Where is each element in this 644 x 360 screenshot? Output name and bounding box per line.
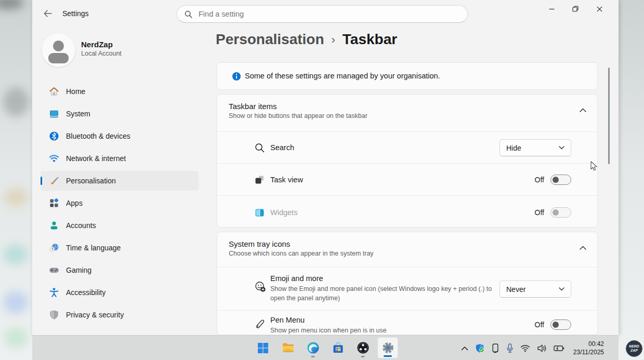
accessibility-icon bbox=[49, 287, 59, 298]
start-button[interactable] bbox=[253, 337, 273, 358]
wifi-icon bbox=[520, 344, 530, 352]
sidebar-item-accounts[interactable]: Accounts bbox=[41, 216, 199, 235]
windows-start-icon bbox=[257, 342, 269, 354]
sidebar-item-network-internet[interactable]: Network & internet bbox=[41, 149, 199, 168]
task-view-toggle-group: Off bbox=[535, 175, 571, 185]
search-icon bbox=[185, 10, 192, 18]
microphone-tray-button[interactable] bbox=[506, 343, 514, 353]
sidebar-item-home[interactable]: Home bbox=[41, 82, 199, 101]
edge-browser-button[interactable] bbox=[303, 337, 323, 358]
breadcrumb-parent[interactable]: Personalisation bbox=[216, 31, 324, 48]
sidebar-item-label: Privacy & security bbox=[66, 311, 124, 319]
sidebar-item-label: Time & language bbox=[66, 244, 121, 252]
date: 23/11/2025 bbox=[573, 348, 604, 356]
windows-security-tray-button[interactable] bbox=[475, 343, 485, 353]
backdrop-blob bbox=[0, 0, 24, 9]
volume-tray-button[interactable] bbox=[537, 344, 547, 353]
back-button[interactable] bbox=[41, 7, 55, 20]
wifi-icon bbox=[49, 153, 59, 164]
dropdown-value: Hide bbox=[506, 144, 521, 152]
obs-studio-button[interactable] bbox=[352, 337, 373, 358]
phone-link-icon bbox=[492, 343, 500, 353]
vertical-scrollbar[interactable] bbox=[608, 68, 610, 164]
chevron-down-icon bbox=[559, 287, 564, 291]
gear-icon bbox=[382, 341, 395, 354]
running-indicator bbox=[361, 356, 365, 357]
sidebar-item-apps[interactable]: Apps bbox=[41, 193, 199, 213]
minimize-button[interactable] bbox=[540, 0, 563, 18]
sidebar-item-time-language[interactable]: Time & language bbox=[41, 238, 199, 258]
sidebar-item-system[interactable]: System bbox=[41, 104, 199, 124]
clock-globe-icon bbox=[49, 243, 59, 253]
settings-taskbar-button[interactable] bbox=[377, 337, 398, 358]
home-icon bbox=[49, 86, 59, 97]
settings-window: Settings NerdZap Local Account bbox=[32, 0, 619, 335]
taskbar-items-card: Taskbar items Show or hide buttons that … bbox=[217, 94, 598, 228]
row-label: Task view bbox=[270, 176, 303, 184]
edge-browser-icon bbox=[307, 341, 320, 354]
user-name: NerdZap bbox=[81, 40, 113, 49]
system-tray: 00:42 23/11/2025 bbox=[461, 336, 604, 360]
close-icon bbox=[597, 6, 602, 12]
row-description: Show the Emoji and more panel icon (sele… bbox=[270, 284, 505, 303]
sidebar-item-label: Accessibility bbox=[66, 288, 106, 297]
clock[interactable]: 00:42 23/11/2025 bbox=[573, 340, 604, 356]
minimize-icon bbox=[549, 6, 555, 12]
sidebar-item-accessibility[interactable]: Accessibility bbox=[41, 283, 199, 302]
watermark-line2: ZAP bbox=[630, 349, 638, 353]
collapse-button[interactable] bbox=[577, 105, 588, 115]
emoji-setting-row: Emoji and more Show the Emoji and more p… bbox=[217, 267, 597, 310]
collapse-button[interactable] bbox=[577, 243, 588, 253]
widgets-toggle-group: Off bbox=[535, 207, 571, 218]
sidebar-item-personalisation[interactable]: Personalisation bbox=[41, 171, 199, 191]
bluetooth-icon bbox=[49, 131, 59, 141]
sidebar-item-label: Home bbox=[66, 87, 85, 96]
toggle-state-label: Off bbox=[535, 208, 544, 217]
system-tray-header[interactable]: System tray icons Choose which icons can… bbox=[217, 232, 597, 267]
pen-menu-toggle[interactable] bbox=[550, 319, 571, 330]
row-label: Widgets bbox=[270, 208, 297, 217]
microphone-icon bbox=[506, 343, 514, 353]
search-input[interactable] bbox=[199, 10, 460, 18]
search-box[interactable] bbox=[177, 5, 468, 23]
phone-link-tray-button[interactable] bbox=[492, 343, 500, 353]
paintbrush-icon bbox=[49, 176, 59, 186]
row-label: Pen Menu bbox=[270, 316, 387, 324]
taskbar-items-header[interactable]: Taskbar items Show or hide buttons that … bbox=[217, 95, 597, 131]
avatar[interactable] bbox=[42, 33, 75, 67]
sidebar-item-label: Gaming bbox=[66, 266, 91, 274]
close-button[interactable] bbox=[587, 0, 611, 18]
sidebar-item-bluetooth-devices[interactable]: Bluetooth & devices bbox=[41, 126, 199, 146]
emoji-visibility-dropdown[interactable]: Never bbox=[500, 281, 571, 298]
sidebar-item-label: Accounts bbox=[66, 221, 96, 230]
sidebar-nav: Home System Bluetooth & devices Network … bbox=[41, 82, 199, 327]
section-subtitle: Show or hide buttons that appear on the … bbox=[229, 112, 587, 119]
chevron-up-icon bbox=[580, 246, 586, 250]
sidebar-item-gaming[interactable]: Gaming bbox=[41, 260, 199, 280]
battery-tray-button[interactable] bbox=[554, 344, 564, 352]
task-view-icon bbox=[255, 175, 265, 185]
taskbar-app-icons bbox=[253, 337, 398, 358]
store-bag-icon bbox=[332, 341, 345, 354]
running-indicator bbox=[311, 356, 315, 357]
section-subtitle: Choose which icons can appear in the sys… bbox=[229, 250, 587, 257]
row-label: Search bbox=[270, 143, 294, 152]
pen-menu-toggle-group: Off bbox=[535, 319, 571, 330]
volume-icon bbox=[537, 344, 547, 353]
pen-icon bbox=[255, 318, 266, 329]
file-explorer-button[interactable] bbox=[278, 337, 298, 358]
hidden-icons-button[interactable] bbox=[461, 346, 468, 351]
network-tray-button[interactable] bbox=[520, 344, 530, 352]
widgets-icon bbox=[255, 208, 265, 218]
sidebar-item-label: Apps bbox=[66, 199, 83, 207]
search-setting-row: Search Hide bbox=[217, 131, 597, 163]
apps-grid-icon bbox=[49, 198, 59, 208]
microsoft-store-button[interactable] bbox=[327, 337, 348, 358]
nerdzap-watermark-logo: NERD ZAP bbox=[626, 340, 642, 357]
pen-row-text: Pen Menu Show pen menu icon when pen is … bbox=[270, 316, 387, 335]
sidebar-item-label: Bluetooth & devices bbox=[66, 132, 130, 140]
restore-button[interactable] bbox=[563, 0, 587, 18]
sidebar-item-privacy-security[interactable]: Privacy & security bbox=[41, 305, 199, 325]
search-visibility-dropdown[interactable]: Hide bbox=[500, 139, 571, 156]
task-view-toggle[interactable] bbox=[550, 175, 571, 185]
